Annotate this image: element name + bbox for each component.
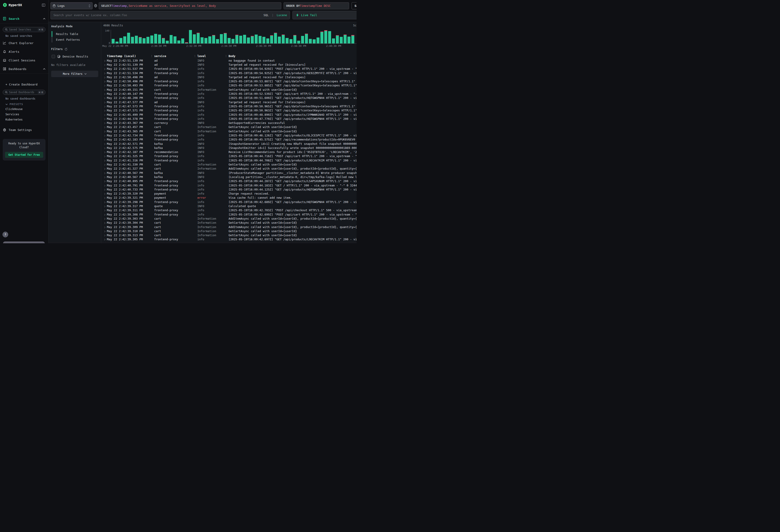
table-row[interactable]: May 22 2:42:44.378 PMfrontend-proxyinfo[… — [103, 116, 356, 121]
histogram-bar[interactable] — [286, 38, 289, 43]
histogram-bar[interactable] — [305, 34, 308, 43]
source-settings-gear-icon[interactable] — [94, 4, 98, 8]
histogram-bar[interactable] — [228, 38, 231, 43]
table-row[interactable]: May 22 2:42:47.573 PMfrontend-proxyinfo[… — [103, 104, 356, 108]
histogram-bar[interactable] — [278, 37, 281, 43]
row-expand-chevron-icon[interactable] — [103, 76, 107, 79]
sidebar-preset-item[interactable]: Kubernetes — [0, 117, 48, 122]
histogram-bar[interactable] — [270, 35, 273, 43]
histogram-bar[interactable] — [112, 39, 114, 43]
event-search-input[interactable] — [53, 13, 262, 17]
histogram-bar[interactable] — [313, 39, 315, 43]
table-row[interactable]: May 22 2:42:47.577 PMadINFOTargeted ad r… — [103, 100, 356, 104]
row-expand-chevron-icon[interactable] — [103, 134, 107, 137]
row-expand-chevron-icon[interactable] — [103, 113, 107, 116]
sidebar-item-dashboards[interactable]: Dashboards — [0, 66, 48, 72]
row-expand-chevron-icon[interactable] — [103, 71, 107, 75]
row-expand-chevron-icon[interactable] — [103, 142, 107, 146]
histogram-bar[interactable] — [258, 36, 261, 43]
event-search-bar[interactable]: SQL|Lucene — [50, 11, 290, 19]
tab-event-patterns[interactable]: Event Patterns — [52, 37, 98, 43]
histogram-bar[interactable] — [212, 35, 215, 43]
row-expand-chevron-icon[interactable] — [103, 154, 107, 158]
more-filters-button[interactable]: More filters — [51, 71, 98, 77]
table-row[interactable]: May 22 2:42:41.325 PMfrontend-proxyinfo[… — [103, 154, 356, 158]
histogram-bar[interactable] — [197, 33, 200, 43]
table-row[interactable]: May 22 2:42:42.571 PMkafkaINFO[SnapshotG… — [103, 142, 356, 146]
table-row[interactable]: May 22 2:42:49.151 PMcartInformationGetC… — [103, 88, 356, 92]
table-row[interactable]: May 22 2:42:39.310 PMcartInformationGetC… — [103, 229, 356, 233]
row-expand-chevron-icon[interactable] — [103, 221, 107, 225]
table-row[interactable]: May 22 2:42:45.499 PMfrontend-proxyinfo[… — [103, 112, 356, 116]
table-row[interactable]: May 22 2:42:43.365 PMcartInformationGetC… — [103, 129, 356, 133]
table-row[interactable]: May 22 2:42:51.537 PMfrontend-proxyinfo[… — [103, 67, 356, 71]
histogram-bar[interactable] — [324, 30, 327, 43]
histogram-bar[interactable] — [301, 36, 304, 43]
row-expand-chevron-icon[interactable] — [103, 105, 107, 108]
table-row[interactable]: May 22 2:42:39.313 PMcartInformationGetC… — [103, 233, 356, 237]
table-row[interactable]: May 22 2:42:41.327 PMcartInformationAddI… — [103, 166, 356, 171]
sidebar-item-alerts[interactable]: Alerts — [0, 48, 48, 55]
row-expand-chevron-icon[interactable] — [103, 200, 107, 204]
denoise-checkbox[interactable] — [52, 55, 55, 58]
table-row[interactable]: May 22 2:42:48.208 PMfrontend-proxyinfo[… — [103, 96, 356, 100]
table-row[interactable]: May 22 2:42:50.493 PMfrontend-proxyinfo[… — [103, 84, 356, 88]
column-header-body[interactable]: Body — [229, 54, 356, 58]
bottom-toolbar-stub[interactable] — [3, 241, 45, 243]
histogram-bar[interactable] — [332, 38, 335, 43]
tab-results-table[interactable]: Results Table — [52, 31, 98, 37]
table-row[interactable]: May 22 2:42:40.791 PMfrontend-proxyinfo[… — [103, 183, 356, 187]
row-expand-chevron-icon[interactable] — [103, 150, 107, 154]
help-button[interactable]: ? — [2, 232, 8, 237]
histogram-bar[interactable] — [297, 41, 300, 43]
histogram-bar[interactable] — [119, 38, 123, 43]
row-expand-chevron-icon[interactable] — [103, 130, 107, 133]
histogram-bar[interactable] — [139, 37, 142, 43]
saved-dashboards-search[interactable]: ⌘ K — [3, 90, 46, 95]
row-expand-chevron-icon[interactable] — [103, 217, 107, 220]
row-expand-chevron-icon[interactable] — [103, 225, 107, 229]
save-button[interactable]: Save — [351, 2, 356, 9]
row-expand-chevron-icon[interactable] — [103, 59, 107, 62]
table-row[interactable]: May 22 2:42:39.305 PMfrontend-proxyinfo[… — [103, 237, 356, 241]
histogram-bar[interactable] — [154, 34, 157, 43]
denoise-results-option[interactable]: Denoise Results — [52, 55, 98, 58]
row-expand-chevron-icon[interactable] — [103, 159, 107, 162]
row-expand-chevron-icon[interactable] — [103, 146, 107, 150]
histogram-bar[interactable] — [344, 35, 347, 43]
table-row[interactable]: May 22 2:42:39.320 PMpaymentinfoCharge r… — [103, 192, 356, 196]
histogram-bar[interactable] — [266, 38, 269, 43]
histogram-bar[interactable] — [347, 37, 350, 43]
saved-searches-input[interactable] — [9, 28, 36, 31]
column-header-service[interactable]: service — [154, 54, 197, 58]
table-row[interactable]: May 22 2:42:43.457 PMcartInformationGetC… — [103, 125, 356, 129]
histogram-bar[interactable] — [351, 35, 354, 43]
histogram-bar[interactable] — [293, 35, 296, 43]
histogram-bar[interactable] — [243, 35, 246, 43]
row-expand-chevron-icon[interactable] — [103, 192, 107, 195]
histogram-bar[interactable] — [181, 38, 184, 43]
histogram-bar[interactable] — [201, 37, 203, 43]
sidebar-item-team-settings[interactable]: Team Settings — [0, 127, 48, 133]
refresh-icon[interactable] — [64, 48, 67, 51]
row-expand-chevron-icon[interactable] — [103, 100, 107, 104]
histogram-bar[interactable] — [131, 37, 134, 43]
collapse-sidebar-icon[interactable] — [42, 3, 46, 7]
row-expand-chevron-icon[interactable] — [103, 196, 107, 199]
histogram-bars[interactable] — [111, 30, 356, 44]
row-expand-chevron-icon[interactable] — [103, 208, 107, 212]
row-expand-chevron-icon[interactable] — [103, 92, 107, 95]
table-row[interactable]: May 22 2:42:49.147 PMfrontend-proxyinfo[… — [103, 92, 356, 96]
histogram-bar[interactable] — [262, 37, 265, 43]
table-row[interactable]: May 22 2:42:42.575 PMkafkaINFO[SnapshotE… — [103, 146, 356, 150]
table-row[interactable]: May 22 2:42:39.311 PMfrontend-proxyinfo[… — [103, 208, 356, 212]
histogram-bar[interactable] — [150, 36, 153, 43]
histogram-bar[interactable] — [235, 35, 238, 43]
table-row[interactable]: May 22 2:42:39.303 PMcartInformationAddI… — [103, 216, 356, 221]
row-expand-chevron-icon[interactable] — [103, 179, 107, 183]
get-started-button[interactable]: Get Started for Free — [5, 152, 43, 158]
row-expand-chevron-icon[interactable] — [103, 80, 107, 83]
sidebar-preset-item[interactable]: ClickHouse — [0, 106, 48, 112]
table-row[interactable]: May 22 2:42:47.571 PMfrontend-proxyinfo[… — [103, 108, 356, 112]
saved-dashboards-input[interactable] — [9, 91, 36, 94]
